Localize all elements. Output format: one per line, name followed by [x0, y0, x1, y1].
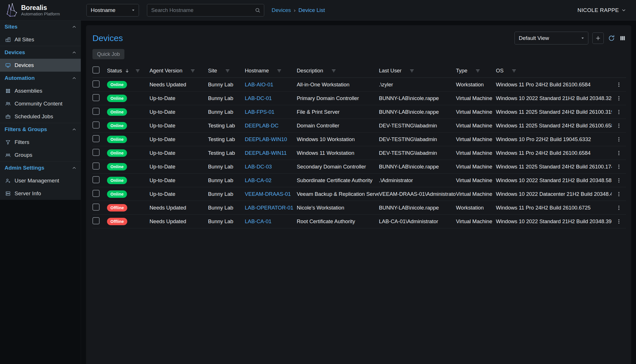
search-box[interactable]: [147, 4, 264, 17]
body-row: SitesAll SitesDevicesDevicesAutomationAs…: [0, 21, 636, 364]
columns-button[interactable]: [619, 35, 626, 42]
row-checkbox[interactable]: [92, 217, 100, 224]
hostname-link[interactable]: DEEPLAB-DC: [245, 123, 278, 129]
column-header-os[interactable]: OS: [496, 68, 612, 74]
hostname-link[interactable]: LAB-OPERATOR-01: [245, 205, 293, 211]
column-header-type[interactable]: Type: [456, 68, 496, 74]
hostname-link[interactable]: VEEAM-DRAAS-01: [245, 191, 291, 197]
quick-job-button[interactable]: Quick Job: [92, 49, 124, 59]
status-badge: Online: [107, 122, 127, 129]
sidebar-item-filters[interactable]: Filters: [0, 136, 81, 149]
column-header-hostname[interactable]: Hostname: [245, 68, 297, 74]
row-checkbox[interactable]: [92, 149, 100, 156]
sidebar-item-devices[interactable]: Devices: [0, 59, 81, 72]
user-name: NICOLE RAPPE: [578, 7, 619, 13]
sidebar-item-server-info[interactable]: Server Info: [0, 187, 81, 200]
kebab-icon[interactable]: [616, 109, 622, 115]
hostname-link[interactable]: LAB-DC-01: [245, 95, 272, 101]
status-badge: Online: [107, 81, 127, 88]
breadcrumb-device-list[interactable]: Device List: [298, 7, 325, 13]
row-checkbox[interactable]: [92, 176, 100, 183]
cell-site: Bunny Lab: [208, 82, 245, 88]
kebab-icon[interactable]: [616, 191, 622, 197]
topbar: Borealis Automation Platform Hostname De…: [0, 0, 636, 21]
row-checkbox[interactable]: [92, 121, 100, 129]
refresh-button[interactable]: [608, 34, 615, 42]
column-header-agent[interactable]: Agent Version: [150, 68, 208, 74]
column-label: Description: [297, 68, 323, 74]
row-checkbox[interactable]: [92, 135, 100, 142]
sidebar-item-assemblies[interactable]: Assemblies: [0, 84, 81, 97]
filter-list-icon[interactable]: [276, 68, 282, 74]
filter-list-icon[interactable]: [331, 68, 336, 74]
filter-list-icon[interactable]: [409, 68, 415, 74]
refresh-icon: [608, 34, 615, 42]
hostname-link[interactable]: LAB-DC-03: [245, 164, 272, 170]
status-badge: Online: [107, 177, 127, 184]
column-header-status[interactable]: Status: [107, 68, 150, 74]
sidebar-section-filters-groups[interactable]: Filters & Groups: [0, 123, 81, 136]
row-checkbox[interactable]: [92, 162, 100, 170]
page-title: Devices: [92, 33, 123, 43]
cell-hostname: DEEPLAB-WIN11: [245, 150, 297, 156]
filter-list-icon[interactable]: [135, 68, 140, 74]
column-header-last_user[interactable]: Last User: [379, 68, 456, 74]
brand-subtitle: Automation Platform: [21, 11, 60, 16]
breadcrumb-devices[interactable]: Devices: [272, 7, 291, 13]
hostname-link[interactable]: LAB-FPS-01: [245, 109, 274, 115]
row-checkbox[interactable]: [92, 204, 100, 211]
hostname-link[interactable]: LAB-CA-01: [245, 218, 272, 224]
select-all-checkbox[interactable]: [92, 66, 100, 74]
search-field-selector[interactable]: Hostname: [86, 4, 139, 17]
kebab-icon[interactable]: [616, 150, 622, 156]
sidebar-item-scheduled-jobs[interactable]: Scheduled Jobs: [0, 110, 81, 123]
column-label: Agent Version: [150, 68, 182, 74]
kebab-icon[interactable]: [616, 164, 622, 170]
sidebar-section-devices[interactable]: Devices: [0, 46, 81, 59]
filter-list-icon[interactable]: [190, 68, 195, 74]
kebab-icon[interactable]: [616, 137, 622, 142]
kebab-icon[interactable]: [616, 219, 622, 224]
column-header-description[interactable]: Description: [297, 68, 379, 74]
user-menu[interactable]: NICOLE RAPPE: [578, 7, 626, 13]
hostname-link[interactable]: DEEPLAB-WIN11: [245, 150, 287, 156]
cell-site: Bunny Lab: [208, 177, 245, 184]
hostname-link[interactable]: LAB-CA-02: [245, 177, 272, 183]
status-badge: Online: [107, 149, 127, 157]
sidebar-item-user-management[interactable]: User Management: [0, 174, 81, 187]
cell-status: Online: [107, 190, 150, 198]
cell-agent-version: Up-to-Date: [150, 109, 208, 115]
add-view-button[interactable]: [592, 32, 604, 44]
row-checkbox[interactable]: [92, 108, 100, 115]
status-badge: Offline: [107, 218, 127, 225]
sidebar-section-admin-settings[interactable]: Admin Settings: [0, 161, 81, 174]
kebab-icon[interactable]: [616, 82, 622, 88]
row-checkbox[interactable]: [92, 190, 100, 197]
sidebar-section-sites[interactable]: Sites: [0, 21, 81, 33]
filter-list-icon[interactable]: [475, 68, 480, 74]
column-header-site[interactable]: Site: [208, 68, 245, 74]
sidebar-item-all-sites[interactable]: All Sites: [0, 33, 81, 46]
filter-list-icon[interactable]: [511, 68, 517, 74]
kebab-icon[interactable]: [616, 178, 622, 183]
sidebar-item-community-content[interactable]: Community Content: [0, 97, 81, 110]
sort-desc-icon[interactable]: [124, 68, 130, 74]
sidebar-item-groups[interactable]: Groups: [0, 149, 81, 161]
hostname-link[interactable]: LAB-AIO-01: [245, 82, 273, 88]
cell-agent-version: Up-to-Date: [150, 95, 208, 101]
kebab-icon[interactable]: [616, 123, 622, 129]
header-cell-select-all: [92, 66, 107, 75]
cell-hostname: DEEPLAB-DC: [245, 123, 297, 129]
hostname-link[interactable]: DEEPLAB-WIN10: [245, 136, 287, 142]
kebab-icon[interactable]: [616, 205, 622, 211]
row-checkbox[interactable]: [92, 94, 100, 101]
view-selector[interactable]: Default View: [514, 32, 588, 44]
cell-description: All-in-One Workstation: [297, 82, 379, 88]
search-input[interactable]: [151, 7, 255, 14]
sidebar-section-automation[interactable]: Automation: [0, 72, 81, 84]
table-row: OnlineUp-to-DateTesting LabDEEPLAB-WIN10…: [92, 133, 626, 146]
filter-list-icon[interactable]: [225, 68, 230, 74]
row-checkbox[interactable]: [92, 80, 100, 88]
sidebar-section-label: Automation: [5, 75, 35, 81]
kebab-icon[interactable]: [616, 95, 622, 101]
